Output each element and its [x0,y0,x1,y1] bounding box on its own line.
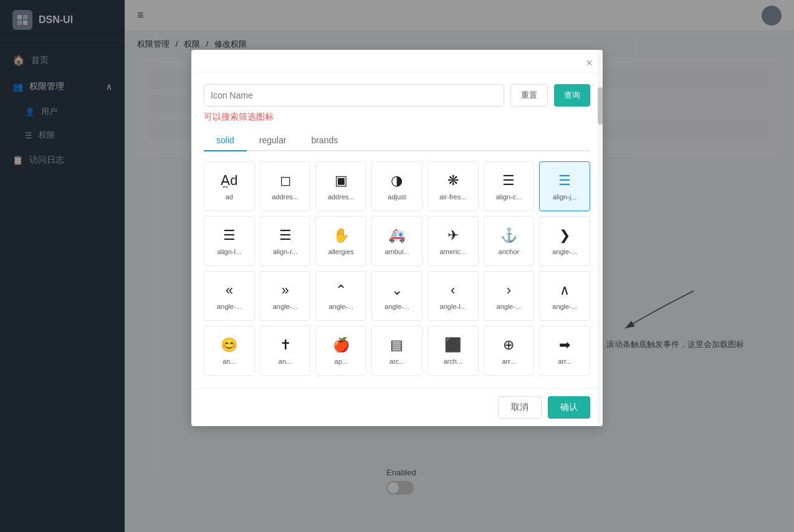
icon-label: allergies [328,247,354,256]
modal-body: 重置 查询 可以搜索筛选图标 solid regular brands A̤da… [191,74,603,388]
icon-glyph: ▣ [335,173,348,189]
icon-cell-8[interactable]: ☰align-r... [260,216,311,266]
modal-overlay: × 重置 查询 可以搜索筛选图标 solid regular brands [0,0,794,532]
icon-cell-0[interactable]: A̤dad [204,161,255,211]
icon-label: angle-... [497,302,522,311]
confirm-button[interactable]: 确认 [548,396,590,419]
icon-glyph: ➡ [559,337,570,353]
icon-label: align-j... [553,192,577,201]
icon-cell-2[interactable]: ▣addres... [315,161,366,211]
icon-cell-7[interactable]: ☰align-l... [204,216,255,266]
tabs-row: solid regular brands [204,130,590,151]
icon-label: angle-... [385,302,409,311]
icon-label: align-l... [218,247,242,256]
tab-brands[interactable]: brands [299,130,350,151]
icons-grid: A̤dad◻addres...▣addres...◑adjust❋air-fre… [204,159,590,378]
modal-header: × [191,50,603,74]
icon-glyph: ❋ [447,173,459,189]
icon-glyph: ⊕ [503,337,514,353]
icon-cell-14[interactable]: «angle-... [204,271,255,321]
icon-glyph: ☰ [502,173,515,189]
cancel-button[interactable]: 取消 [498,396,542,419]
icon-cell-12[interactable]: ⚓anchor [484,216,535,266]
icon-glyph: A̤d [221,173,237,189]
scroll-arrow [606,285,706,335]
icon-cell-17[interactable]: ⌄angle-... [371,271,423,321]
icon-glyph: › [507,282,511,298]
icon-label: addres... [328,192,355,201]
icon-cell-13[interactable]: ❯angle-... [539,216,590,266]
icon-glyph: ✝ [280,337,291,353]
icon-cell-15[interactable]: »angle-... [260,271,311,321]
icon-glyph: ☰ [223,227,236,244]
icon-cell-18[interactable]: ‹angle-l... [428,271,479,321]
icon-glyph: ∧ [560,282,570,298]
icon-label: align-c... [496,192,522,201]
icon-cell-19[interactable]: ›angle-... [484,271,535,321]
tab-solid[interactable]: solid [204,130,247,151]
icon-cell-20[interactable]: ∧angle-... [539,271,590,321]
modal-close-button[interactable]: × [586,57,593,69]
icon-label: angle-... [328,302,353,311]
icon-label: an... [222,357,236,366]
icon-cell-5[interactable]: ☰align-c... [484,161,535,211]
reset-button[interactable]: 重置 [510,84,548,107]
icon-label: angle-... [552,302,577,311]
icon-cell-26[interactable]: ⊕arr... [484,326,535,376]
icon-label: arc... [390,357,404,366]
icon-cell-6[interactable]: ☰align-j... [539,161,590,211]
icon-cell-1[interactable]: ◻addres... [260,161,311,211]
icon-glyph: ☰ [279,227,292,244]
icon-label: angle-... [217,302,242,311]
icon-cell-4[interactable]: ❋air-fres... [428,161,479,211]
icon-cell-16[interactable]: ⌃angle-... [315,271,366,321]
icon-name-input[interactable] [204,84,504,107]
icon-label: arr... [502,357,515,366]
icon-glyph: 🚑 [388,227,405,244]
icon-cell-21[interactable]: 😊an... [204,326,255,376]
icon-glyph: ◻ [280,173,291,189]
icon-glyph: ◑ [391,173,403,189]
icon-picker-modal: × 重置 查询 可以搜索筛选图标 solid regular brands [191,50,603,426]
icon-glyph: ‹ [451,282,455,298]
icon-label: align-r... [273,247,297,256]
icon-cell-11[interactable]: ✈americ... [428,216,479,266]
icons-container[interactable]: A̤dad◻addres...▣addres...◑adjust❋air-fre… [204,159,590,378]
icon-label: anchor [499,247,520,256]
icon-glyph: « [226,282,233,298]
icon-cell-24[interactable]: ▤arc... [371,326,423,376]
modal-scrollbar[interactable] [598,50,603,426]
icon-cell-9[interactable]: ✋allergies [315,216,366,266]
search-row: 重置 查询 [204,84,590,107]
icon-cell-25[interactable]: ⬛arch... [428,326,479,376]
icon-label: addres... [272,192,299,201]
icon-label: ambul... [385,247,409,256]
tab-regular[interactable]: regular [247,130,299,151]
icon-glyph: ⬛ [444,337,461,353]
scrollbar-thumb [598,87,603,125]
modal-footer: 取消 确认 [191,388,603,426]
icon-cell-22[interactable]: ✝an... [260,326,311,376]
icon-label: ap... [335,357,348,366]
icon-label: arr... [558,357,572,366]
icon-glyph: ⚓ [500,227,517,244]
icon-glyph: 🍎 [333,337,350,353]
icon-label: an... [279,357,292,366]
search-tip: 可以搜索筛选图标 [204,112,590,123]
icon-label: angle-l... [440,302,466,311]
icon-cell-3[interactable]: ◑adjust [371,161,423,211]
icon-cell-27[interactable]: ➡arr... [539,326,590,376]
icon-glyph: ▤ [390,337,403,353]
annotation-text: 滚动条触底触发事件，这里会加载图标 [606,337,744,351]
icon-label: arch... [443,357,462,366]
icon-cell-23[interactable]: 🍎ap... [315,326,366,376]
icon-glyph: ✋ [333,227,350,244]
query-button[interactable]: 查询 [554,84,590,107]
icon-cell-10[interactable]: 🚑ambul... [371,216,423,266]
icon-label: angle-... [273,302,298,311]
icon-label: ad [226,192,233,201]
icon-glyph: ⌃ [335,282,347,298]
icon-label: angle-... [552,247,577,256]
icon-glyph: » [281,282,289,298]
icon-glyph: ✈ [447,227,459,244]
